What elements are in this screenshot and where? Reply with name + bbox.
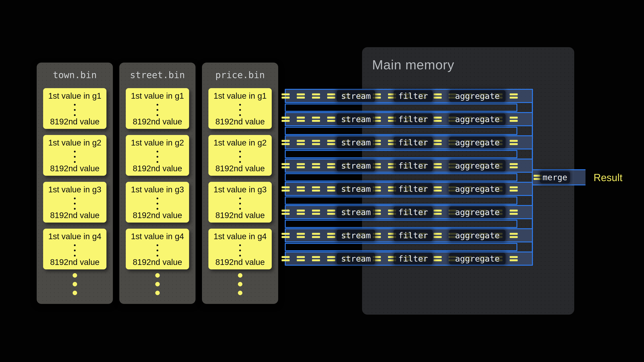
ellipsis-dot-icon — [238, 273, 242, 278]
diagram-canvas: Main memory merge streamfilteraggregates… — [0, 0, 644, 362]
equals-token-icon — [312, 186, 320, 191]
ellipsis-dot-icon — [156, 198, 158, 199]
group-last-value: 8192nd value — [208, 210, 272, 220]
equals-token-icon — [312, 117, 320, 122]
ellipsis-dot-icon — [74, 114, 76, 116]
value-group-box: 1st value in g3 8192nd value — [208, 182, 272, 223]
ellipsis-dot-icon — [74, 156, 76, 158]
equals-token-icon — [510, 256, 518, 261]
equals-token-icon — [327, 233, 335, 238]
equals-token-icon — [434, 210, 442, 215]
equals-token-icon — [312, 233, 320, 238]
file-column: price.bin 1st value in g1 8192nd value 1… — [202, 62, 278, 304]
file-title: price.bin — [202, 70, 278, 80]
equals-token-icon — [327, 163, 335, 168]
equals-token-icon — [282, 117, 290, 122]
aggregate-operator-chip: aggregate — [449, 183, 506, 195]
more-groups-ellipsis-icon — [37, 273, 113, 295]
aggregate-operator-chip: aggregate — [449, 230, 506, 241]
equals-token-icon — [297, 186, 305, 191]
equals-token-icon — [312, 210, 320, 215]
aggregate-operator-chip: aggregate — [449, 160, 506, 171]
equals-token-icon — [327, 210, 335, 215]
group-ellipsis-icon — [43, 244, 106, 257]
ellipsis-dot-icon — [155, 291, 160, 295]
more-groups-ellipsis-icon — [119, 273, 196, 295]
pipeline-connector-box — [285, 243, 517, 251]
ellipsis-dot-icon — [239, 104, 241, 106]
group-ellipsis-icon — [126, 198, 189, 210]
equals-token-icon — [297, 210, 305, 215]
group-last-value: 8192nd value — [126, 210, 189, 220]
group-first-value: 1st value in g4 — [208, 232, 272, 241]
equals-token-icon — [434, 140, 442, 145]
stream-operator-chip: stream — [337, 183, 375, 195]
filter-operator-chip: filter — [394, 160, 433, 171]
group-first-value: 1st value in g1 — [43, 91, 106, 101]
pipeline-connector-box — [285, 150, 517, 158]
pipeline-row: streamfilteraggregate — [285, 252, 533, 266]
stream-operator-chip: stream — [337, 137, 375, 148]
ellipsis-dot-icon — [239, 203, 241, 205]
equals-token-icon — [312, 140, 320, 145]
equals-token-icon — [297, 256, 305, 261]
merge-bar: merge — [532, 169, 586, 185]
file-column: street.bin 1st value in g1 8192nd value … — [119, 62, 196, 304]
aggregate-operator-chip: aggregate — [449, 137, 506, 148]
pipeline-connector-box — [285, 196, 517, 205]
group-first-value: 1st value in g3 — [208, 185, 272, 194]
group-last-value: 8192nd value — [43, 257, 106, 267]
ellipsis-dot-icon — [156, 104, 158, 106]
group-ellipsis-icon — [43, 198, 106, 210]
group-first-value: 1st value in g3 — [126, 185, 189, 194]
equals-token-icon — [297, 117, 305, 122]
value-group-box: 1st value in g2 8192nd value — [126, 135, 189, 176]
ellipsis-dot-icon — [74, 109, 76, 111]
ellipsis-dot-icon — [156, 255, 158, 257]
value-group-box: 1st value in g1 8192nd value — [43, 88, 106, 129]
ellipsis-dot-icon — [74, 104, 76, 106]
stream-operator-chip: stream — [337, 253, 375, 264]
ellipsis-dot-icon — [74, 208, 76, 210]
ellipsis-dot-icon — [239, 208, 241, 210]
ellipsis-dot-icon — [238, 282, 242, 286]
equals-token-icon — [327, 93, 335, 98]
equals-token-icon — [282, 140, 290, 145]
group-last-value: 8192nd value — [126, 257, 189, 267]
pipeline-row: streamfilteraggregate — [285, 228, 533, 242]
group-first-value: 1st value in g2 — [126, 138, 189, 147]
group-last-value: 8192nd value — [43, 117, 106, 126]
equals-token-icon — [510, 117, 518, 122]
equals-token-icon — [327, 256, 335, 261]
pipeline-connector-box — [285, 220, 517, 228]
pipeline-row: streamfilteraggregate — [285, 135, 533, 149]
group-last-value: 8192nd value — [208, 257, 272, 267]
group-last-value: 8192nd value — [126, 117, 189, 126]
ellipsis-dot-icon — [239, 151, 241, 152]
stream-operator-chip: stream — [337, 206, 375, 218]
equals-token-icon — [434, 163, 442, 168]
stream-operator-chip: stream — [337, 113, 375, 125]
ellipsis-dot-icon — [156, 161, 158, 163]
group-ellipsis-icon — [208, 198, 272, 210]
equals-token-icon — [297, 163, 305, 168]
equals-token-icon — [434, 93, 442, 98]
ellipsis-dot-icon — [73, 282, 77, 286]
group-last-value: 8192nd value — [208, 164, 272, 173]
ellipsis-dot-icon — [155, 282, 160, 286]
group-first-value: 1st value in g4 — [43, 232, 106, 241]
pipeline-connector-box — [285, 127, 517, 135]
group-first-value: 1st value in g1 — [208, 91, 272, 101]
ellipsis-dot-icon — [239, 161, 241, 163]
pipeline-row: streamfilteraggregate — [285, 205, 533, 219]
ellipsis-dot-icon — [156, 109, 158, 111]
equals-token-icon — [282, 186, 290, 191]
ellipsis-dot-icon — [239, 255, 241, 257]
equals-token-icon — [312, 256, 320, 261]
pipeline-connector-box — [285, 173, 517, 181]
equals-token-icon — [297, 233, 305, 238]
ellipsis-dot-icon — [74, 255, 76, 257]
more-groups-ellipsis-icon — [202, 273, 278, 295]
value-group-box: 1st value in g3 8192nd value — [126, 182, 189, 223]
group-ellipsis-icon — [43, 104, 106, 116]
